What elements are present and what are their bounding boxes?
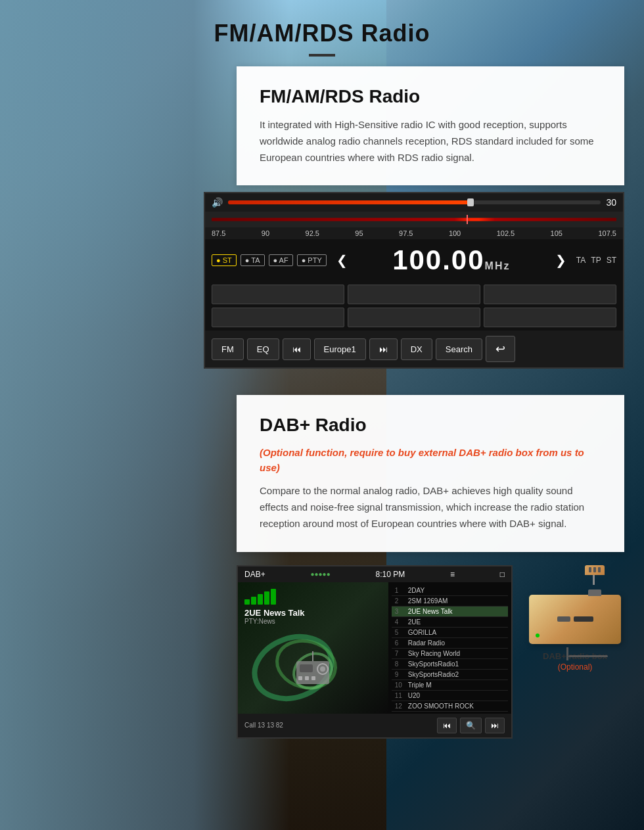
dab-left-panel: 2UE News Talk PTY:News	[238, 582, 388, 714]
volume-bar: 🔊 30	[205, 193, 623, 212]
list-item[interactable]: 5GORILLA	[392, 628, 508, 638]
dab-header: DAB+ ●●●●● 8:10 PM ≡ □	[238, 566, 511, 582]
badge-st[interactable]: ● ST	[212, 254, 237, 266]
freq-97: 97.5	[399, 229, 413, 237]
fm-radio-screen: 🔊 30 87.5 90	[204, 192, 624, 369]
preset-6[interactable]	[484, 308, 616, 327]
dab-search-button[interactable]: 🔍	[460, 718, 482, 733]
list-item[interactable]: 42UE	[392, 617, 508, 628]
dab-section-title: DAB+ Radio	[260, 415, 601, 436]
dab-content: 2UE News Talk PTY:News	[238, 582, 511, 714]
dab-station-name: 2UE News Talk	[244, 608, 382, 618]
list-item[interactable]: 12ZOO SMOOTH ROCK	[392, 701, 508, 712]
dab-next-button[interactable]: ⏭	[485, 718, 505, 733]
dab-pty: PTY:News	[244, 618, 382, 625]
dx-button[interactable]: DX	[401, 338, 432, 360]
freq-95: 95	[355, 229, 363, 237]
freq-102: 102.5	[497, 229, 515, 237]
badge-af[interactable]: ● AF	[269, 254, 293, 266]
dab-station-list: 12DAY 22SM 1269AM 32UE News Talk 42UE 5G…	[392, 586, 508, 712]
europe1-button[interactable]: Europe1	[314, 338, 366, 360]
page-header: FM/AM/RDS Radio	[0, 0, 644, 66]
dab-time: 8:10 PM	[375, 570, 405, 579]
badge-pty[interactable]: ● PTY	[297, 254, 327, 266]
freq-display: 100.00MHz	[357, 244, 545, 276]
preset-5[interactable]	[348, 308, 480, 327]
preset-1[interactable]	[212, 285, 344, 304]
page-title: FM/AM/RDS Radio	[13, 20, 631, 47]
preset-3[interactable]	[484, 285, 616, 304]
freq-92: 92.5	[306, 229, 319, 237]
list-item[interactable]: 10Triple M	[392, 680, 508, 691]
dab-prev-button[interactable]: ⏮	[437, 718, 457, 733]
dab-label: DAB+	[244, 570, 265, 579]
prev-button[interactable]: ⏮	[283, 338, 311, 360]
back-button[interactable]: ↩	[486, 336, 515, 362]
freq-105: 105	[551, 229, 563, 237]
dab-call-text: Call 13 13 82	[244, 722, 283, 729]
dab-bottom-bar: Call 13 13 82 ⏮ 🔍 ⏭	[238, 714, 511, 737]
dab-wave-visual	[247, 632, 379, 704]
volume-number: 30	[606, 197, 616, 208]
fm-section-title: FM/AM/RDS Radio	[260, 86, 601, 107]
title-divider	[309, 54, 335, 57]
radio-controls: ● ST ● TA ● AF ● PTY ❮ 100.00MHz ❯ TA TP…	[205, 239, 623, 281]
freq-107: 107.5	[598, 229, 616, 237]
dab-section-desc: Compare to the normal analog radio, DAB+…	[260, 483, 601, 532]
dab-bottom-content: DAB+ ●●●●● 8:10 PM ≡ □	[0, 565, 624, 739]
freq-unit: MHz	[485, 260, 511, 271]
freq-left-arrow[interactable]: ❮	[336, 252, 348, 268]
svg-rect-4	[300, 664, 313, 672]
volume-icon: 🔊	[212, 197, 223, 208]
list-item[interactable]: 7Sky Racing World	[392, 649, 508, 659]
fm-section-desc: It integrated with High-Sensitive radio …	[260, 117, 601, 166]
eq-button[interactable]: EQ	[247, 338, 279, 360]
list-item[interactable]: 12DAY	[392, 586, 508, 596]
dab-ctrl-buttons: ⏮ 🔍 ⏭	[437, 718, 505, 733]
ta-tp-labels: TA TP ST	[576, 256, 616, 265]
search-button[interactable]: Search	[436, 338, 482, 360]
signal-bars	[244, 589, 382, 605]
freq-right-arrow[interactable]: ❯	[555, 252, 566, 268]
list-item[interactable]: 6Radar Radio	[392, 638, 508, 649]
dab-optional-text: (Optional function, require to buy exter…	[260, 446, 601, 475]
svg-rect-7	[298, 676, 302, 680]
fm-button[interactable]: FM	[212, 338, 244, 360]
list-item[interactable]: 11U20	[392, 691, 508, 701]
list-item[interactable]: 8SkySportsRadio1	[392, 659, 508, 670]
preset-area	[205, 281, 623, 331]
svg-rect-9	[311, 676, 315, 680]
freq-scale: 87.5 90 92.5 95 97.5 100 102.5 105 107.5	[205, 227, 623, 239]
svg-rect-8	[305, 676, 309, 680]
fm-info-panel: FM/AM/RDS Radio It integrated with High-…	[237, 66, 624, 185]
freq-100: 100	[449, 229, 461, 237]
preset-2[interactable]	[348, 285, 480, 304]
freq-90: 90	[262, 229, 269, 237]
dab-box-optional: (Optional)	[526, 662, 624, 672]
next-button[interactable]: ⏭	[369, 338, 398, 360]
badge-ta[interactable]: ● TA	[241, 254, 265, 266]
list-item[interactable]: 32UE News Talk	[392, 607, 508, 617]
freq-87: 87.5	[212, 229, 225, 237]
preset-4[interactable]	[212, 308, 344, 327]
bottom-control-bar: FM EQ ⏮ Europe1 ⏭ DX Search ↩	[205, 331, 623, 367]
svg-point-6	[320, 666, 325, 672]
dab-info-panel: DAB+ Radio (Optional function, require t…	[237, 395, 624, 551]
dab-radio-box: DAB+ radio box (Optional)	[526, 565, 624, 672]
list-item[interactable]: 22SM 1269AM	[392, 596, 508, 607]
list-item[interactable]: 9SkySportsRadio2	[392, 670, 508, 680]
dab-screen: DAB+ ●●●●● 8:10 PM ≡ □	[237, 565, 513, 739]
dab-station-list-panel: 12DAY 22SM 1269AM 32UE News Talk 42UE 5G…	[388, 582, 511, 714]
